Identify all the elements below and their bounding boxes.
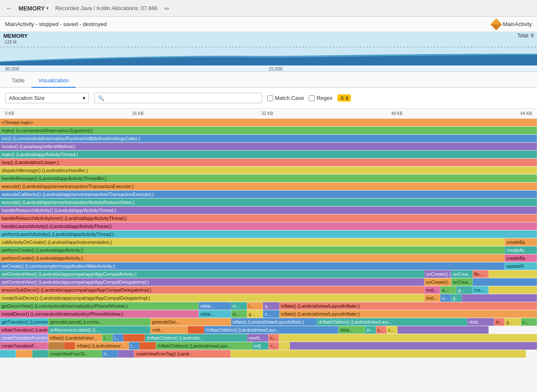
flame-block[interactable] <box>489 270 537 278</box>
tab-table[interactable]: Table <box>5 74 32 88</box>
flame-block[interactable]: u... <box>440 294 451 302</box>
match-case-checkbox[interactable] <box>267 95 273 101</box>
flame-block[interactable]: invoke() (Ljava/lang/reflect/Method;) <box>0 143 537 150</box>
flame-block[interactable]: i... <box>247 302 263 310</box>
flame-block[interactable]: onCrea... <box>451 278 473 286</box>
flame-block[interactable]: execute() (Landroid/app/servertransactio… <box>0 183 537 190</box>
flame-block[interactable]: installDecor() (Lcom/android/internal/po… <box>0 310 199 318</box>
flame-block[interactable] <box>0 350 16 358</box>
flame-block[interactable]: c... <box>263 310 279 318</box>
flame-block[interactable]: createTransitionFromXml(... <box>0 334 48 342</box>
flame-block[interactable] <box>290 342 537 350</box>
flame-block[interactable]: inflate() (Landroid/view/... <box>75 342 129 350</box>
flame-block[interactable] <box>462 294 537 302</box>
flame-block[interactable]: handleMessage() (Landroid/app/ActivityTh… <box>0 175 537 182</box>
flame-block[interactable]: int[] <box>253 342 268 350</box>
flame-block[interactable]: setContentView() (Landroidx/appcompat/ap… <box>0 270 424 278</box>
flame-block[interactable]: getDecorView() (Lcom/android/internal/po… <box>0 302 199 310</box>
flame-block[interactable]: handleRelaunchActivityInner() (Landroid/… <box>0 214 537 222</box>
flame-block[interactable] <box>118 350 134 358</box>
flame-block[interactable]: onCreate() (Landroid... <box>424 270 451 278</box>
allocation-select[interactable]: Allocation Size ▾ <box>5 93 89 103</box>
regex-checkbox[interactable] <box>309 95 315 101</box>
flame-block[interactable]: in... <box>231 310 247 318</box>
flame-block[interactable]: generateDec... <box>150 318 231 326</box>
flame-block[interactable]: run() (Lcom/android/internal/os/RuntimeI… <box>0 135 537 142</box>
flame-block[interactable]: rInflateChildren() (Landroid/view/Layo..… <box>156 342 253 350</box>
flame-block[interactable] <box>473 278 537 286</box>
flame-block-extra[interactable]: createBa <box>505 254 537 262</box>
flame-block[interactable]: in... <box>365 326 376 334</box>
flame-block[interactable]: rest... <box>424 286 440 294</box>
flame-block[interactable]: createSubDecor() (Landroidx/appcompat/ap… <box>0 294 424 302</box>
flame-block[interactable]: newN... <box>247 334 268 342</box>
flame-block[interactable]: a... <box>440 286 456 294</box>
flame-block[interactable]: <... <box>268 342 279 350</box>
flame-block[interactable] <box>489 286 537 294</box>
flame-block-extra[interactable]: createAc <box>505 246 537 254</box>
flame-block[interactable]: g... <box>263 302 279 310</box>
flame-block[interactable]: inflateTransition() (Landroid... <box>0 326 48 334</box>
memory-dropdown-arrow[interactable]: ▾ <box>46 6 48 10</box>
flame-block[interactable]: g... <box>456 286 472 294</box>
flame-block[interactable]: c... <box>387 326 397 334</box>
flame-block[interactable]: cre... <box>473 286 489 294</box>
flame-block[interactable]: performCreate() (Landroid/app/Activity;) <box>0 246 505 254</box>
flame-block[interactable]: <init... <box>150 326 188 334</box>
back-button[interactable]: ← <box>3 3 15 14</box>
flame-block[interactable]: inflate() (Landroid/view/LayoutInflater;… <box>279 302 537 310</box>
flame-block[interactable]: main() (Landroid/app/ActivityThread;) <box>0 151 537 158</box>
flame-block[interactable]: main() (Lcom/android/internal/os/ZygoteI… <box>0 127 537 134</box>
flame-block[interactable] <box>188 326 204 334</box>
flame-block[interactable]: inflate() (Landroid/view/LayoutInflater;… <box>279 310 537 318</box>
flame-block[interactable]: rInflateChildren() (Landroid/view/Layo..… <box>317 318 467 326</box>
flame-block[interactable]: rInflateChildren() (Landroid/view/Layo..… <box>204 326 339 334</box>
flame-block[interactable]: rInflateChildren() (Landroid/v... <box>145 334 247 342</box>
flame-block[interactable] <box>64 342 75 350</box>
flame-block[interactable] <box>279 342 290 350</box>
flame-block[interactable] <box>140 342 155 350</box>
flame-block[interactable]: ensureSubDecor() (Landroidx/appcompat/ap… <box>0 286 424 294</box>
flame-block[interactable]: loop() (Landroid/os/Looper;) <box>0 159 537 166</box>
flame-block[interactable]: in... <box>231 302 247 310</box>
flame-block[interactable]: handleLaunchActivity() (Landroid/app/Act… <box>0 222 537 230</box>
flame-block[interactable] <box>397 326 489 334</box>
flame-block[interactable]: c... <box>376 326 387 334</box>
flame-block[interactable] <box>48 342 64 350</box>
flame-block[interactable]: createViewFromTag() (Landr... <box>134 350 231 358</box>
flame-block[interactable] <box>16 350 32 358</box>
flame-block[interactable]: onResourcesLoaded() (L... <box>48 326 150 334</box>
flame-block[interactable]: onCreate()... <box>424 278 451 286</box>
flame-block[interactable]: handleRelaunchActivity() (Landroid/app/A… <box>0 206 537 214</box>
flame-block-extra[interactable]: createBa <box>505 238 537 246</box>
flame-block[interactable]: onCrea... <box>451 270 473 278</box>
flame-block[interactable]: executeCallbacks() (Landroid/app/servert… <box>0 191 537 198</box>
flame-block[interactable]: l... <box>102 334 113 342</box>
flame-block[interactable]: setContentView() (Landroidx/appcompat/ap… <box>0 278 424 286</box>
flame-block[interactable]: rl... <box>102 350 118 358</box>
flame-block[interactable]: c... <box>521 318 537 326</box>
flame-block[interactable]: inflate() (Landroid/view/... <box>48 334 102 342</box>
flame-block-extra[interactable]: updateR <box>505 262 537 270</box>
flame-block[interactable]: obtai... <box>467 318 494 326</box>
flame-block[interactable]: createTransitionF... <box>0 342 48 350</box>
search-input[interactable] <box>106 95 258 101</box>
flame-block[interactable]: fin... <box>473 270 489 278</box>
flame-block[interactable]: performCreate() (Landroid/app/Activity;) <box>0 254 505 262</box>
flame-block[interactable]: execute() (Landroid/app/servertransactio… <box>0 199 537 206</box>
flame-block[interactable] <box>32 350 48 358</box>
flame-block[interactable]: obtai... <box>199 310 231 318</box>
flame-block[interactable]: dispatchMessage() (Landroid/os/Handler;) <box>0 167 537 174</box>
flame-block[interactable]: <Thread main> <box>0 119 537 126</box>
flame-block[interactable]: createViewFromTa... <box>48 350 102 358</box>
flame-block[interactable]: n... <box>268 334 279 342</box>
flame-block[interactable]: getTransition() (Lcom/andr... <box>0 318 48 326</box>
flame-block[interactable]: l... <box>113 334 124 342</box>
flame-block[interactable]: obtai... <box>338 326 365 334</box>
flame-block[interactable]: callActivityOnCreate() (Landroid/app/Ins… <box>0 238 505 246</box>
flame-block[interactable]: onCreate() (Lcom/example/myapplication/M… <box>0 262 505 270</box>
flame-block[interactable]: generateLayout() (Lcom/a... <box>48 318 150 326</box>
flame-block[interactable] <box>124 334 145 342</box>
flame-block[interactable]: g... <box>505 318 521 326</box>
flame-block[interactable]: l... <box>129 342 140 350</box>
